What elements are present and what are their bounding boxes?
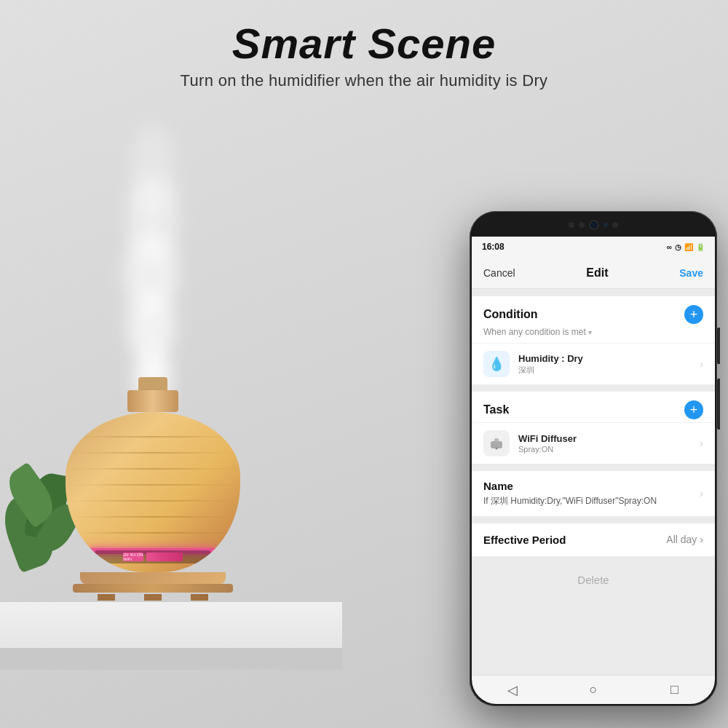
panel-btn-1[interactable]: 2H 4H ON WiFi	[123, 553, 143, 561]
task-title: Task	[483, 403, 509, 416]
phone-outer: 16:08 ∞ ◷ 📶 🔋 Cancel Edit	[470, 211, 717, 706]
period-chevron-icon: ›	[700, 534, 703, 545]
camera-dot-1	[569, 222, 574, 228]
condition-item-subtitle: 深圳	[518, 365, 700, 376]
status-icons: ∞ ◷ 📶 🔋	[667, 243, 705, 251]
app-bar-title: Edit	[586, 266, 608, 280]
cancel-button[interactable]: Cancel	[483, 267, 515, 279]
add-task-button[interactable]: +	[684, 400, 703, 419]
task-card: Task +	[472, 392, 715, 464]
condition-item[interactable]: 💧 Humidity : Dry 深圳 ›	[472, 343, 715, 384]
name-row: Name If 深圳 Humidity:Dry,"WiFi Diffuser"S…	[483, 480, 703, 507]
app-bar: Cancel Edit Save	[472, 257, 715, 289]
condition-item-title: Humidity : Dry	[518, 353, 700, 364]
condition-card: Condition + When any condition is met ▾	[472, 296, 715, 384]
table-surface	[0, 601, 342, 670]
camera-bar	[472, 213, 715, 237]
steam-cloud-5	[131, 124, 175, 218]
name-content: Name If 深圳 Humidity:Dry,"WiFi Diffuser"S…	[483, 480, 657, 507]
task-header: Task +	[472, 392, 715, 422]
table-front	[0, 648, 342, 670]
humi-neck	[127, 390, 178, 412]
battery-icon: 🔋	[696, 243, 705, 251]
signal-icon: ∞	[667, 243, 672, 251]
condition-header: Condition +	[472, 296, 715, 327]
recent-button[interactable]: □	[663, 679, 685, 701]
humi-bottom	[80, 572, 226, 584]
power-button[interactable]	[717, 328, 720, 364]
name-label: Name	[483, 480, 657, 492]
page-wrapper: Smart Scene Turn on the humidifier when …	[0, 0, 728, 728]
svg-rect-1	[494, 438, 499, 442]
save-button[interactable]: Save	[679, 267, 703, 279]
name-section: Name If 深圳 Humidity:Dry,"WiFi Diffuser"S…	[472, 471, 715, 516]
task-item-text: WiFi Diffuser Spray:ON	[518, 433, 700, 454]
condition-item-text: Humidity : Dry 深圳	[518, 353, 700, 376]
condition-title: Condition	[483, 308, 538, 321]
humi-top	[138, 377, 167, 390]
condition-subtitle: When any condition is met ▾	[472, 327, 715, 343]
back-button[interactable]: ◁	[502, 679, 523, 701]
camera-lens	[589, 220, 599, 230]
status-time: 16:08	[482, 242, 505, 252]
steam-effect	[124, 160, 182, 408]
camera-dot-2	[579, 222, 585, 228]
camera-sensor	[604, 223, 608, 227]
name-chevron-icon: ›	[700, 488, 703, 499]
content-area: 2H 4H ON WiFi	[0, 90, 728, 728]
home-button[interactable]: ○	[582, 679, 604, 701]
task-chevron-icon: ›	[700, 438, 703, 449]
add-condition-button[interactable]: +	[684, 305, 703, 324]
delete-button[interactable]: Delete	[577, 574, 609, 586]
wifi-icon: 📶	[684, 243, 693, 251]
delete-section: Delete	[472, 563, 715, 597]
volume-button[interactable]	[717, 379, 720, 430]
humidity-icon: 💧	[483, 351, 510, 377]
task-item-subtitle: Spray:ON	[518, 445, 700, 454]
svg-point-2	[496, 448, 498, 450]
humi-base	[73, 584, 233, 593]
phone-screen: 16:08 ∞ ◷ 📶 🔋 Cancel Edit	[472, 237, 715, 675]
condition-chevron-icon: ›	[700, 358, 703, 370]
period-section[interactable]: Effective Period All day ›	[472, 523, 715, 556]
clock-icon: ◷	[675, 243, 681, 251]
humi-main-body: 2H 4H ON WiFi	[66, 412, 240, 572]
period-label: Effective Period	[483, 534, 566, 546]
task-item[interactable]: WiFi Diffuser Spray:ON ›	[472, 422, 715, 464]
bottom-nav: ◁ ○ □	[472, 675, 715, 704]
humidifier-container: 2H 4H ON WiFi	[15, 160, 320, 670]
page-subtitle: Turn on the humidifier when the air humi…	[181, 71, 548, 90]
humidifier-scene: 2H 4H ON WiFi	[15, 160, 320, 670]
diffuser-icon	[483, 430, 510, 456]
camera-dot-3	[612, 222, 618, 228]
control-panel: 2H 4H ON WiFi	[95, 550, 211, 563]
screen-content: Condition + When any condition is met ▾	[472, 289, 715, 675]
humidifier-body: 2H 4H ON WiFi	[58, 377, 248, 604]
task-item-title: WiFi Diffuser	[518, 433, 700, 444]
status-bar: 16:08 ∞ ◷ 📶 🔋	[472, 237, 715, 257]
panel-btn-2[interactable]	[146, 553, 183, 561]
header-section: Smart Scene Turn on the humidifier when …	[181, 0, 548, 90]
phone-container: 16:08 ∞ ◷ 📶 🔋 Cancel Edit	[470, 211, 717, 706]
page-title: Smart Scene	[181, 20, 548, 67]
period-value: All day ›	[666, 534, 703, 545]
name-value: If 深圳 Humidity:Dry,"WiFi Diffuser"Spray:…	[483, 495, 657, 507]
phone-inner: 16:08 ∞ ◷ 📶 🔋 Cancel Edit	[472, 213, 715, 704]
chevron-down-icon: ▾	[588, 328, 592, 336]
